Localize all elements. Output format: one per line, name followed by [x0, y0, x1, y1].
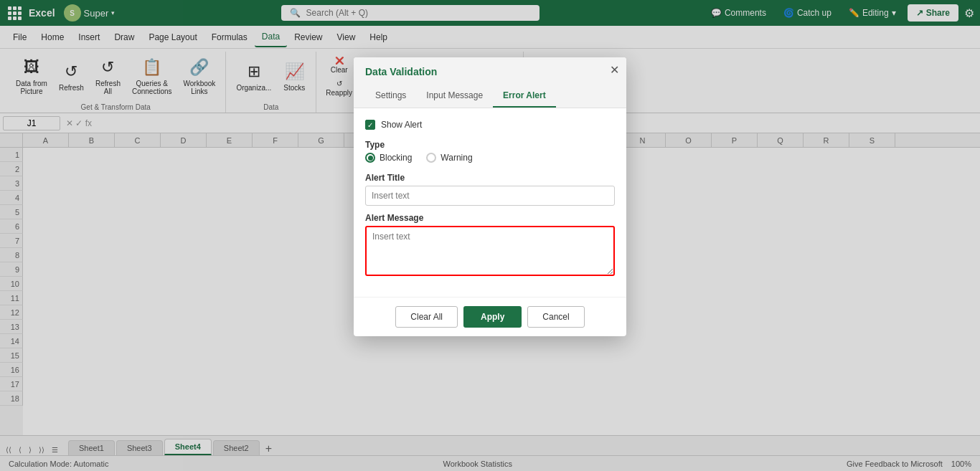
radio-blocking-label: Blocking: [380, 153, 412, 163]
radio-blocking-inner: [368, 156, 373, 161]
radio-warning[interactable]: Warning: [426, 153, 472, 163]
modal-tab-settings[interactable]: Settings: [365, 85, 416, 108]
modal-tab-input-message[interactable]: Input Message: [416, 85, 493, 108]
modal-tab-error-alert[interactable]: Error Alert: [493, 85, 556, 108]
radio-warning-outer: [426, 153, 436, 163]
type-label: Type: [365, 140, 615, 150]
modal-header: Data Validation ✕ Settings Input Message…: [354, 57, 626, 108]
data-validation-dialog: Data Validation ✕ Settings Input Message…: [354, 57, 626, 336]
clear-all-button[interactable]: Clear All: [395, 306, 458, 328]
cancel-button[interactable]: Cancel: [527, 306, 584, 328]
radio-warning-label: Warning: [440, 153, 472, 163]
show-alert-checkbox[interactable]: ✓: [365, 120, 375, 130]
modal-overlay: Data Validation ✕ Settings Input Message…: [0, 0, 980, 471]
type-section: Type Blocking Warning: [365, 140, 615, 163]
show-alert-row: ✓ Show Alert: [365, 120, 615, 130]
alert-message-section: Alert Message: [365, 213, 615, 278]
show-alert-label: Show Alert: [381, 120, 422, 130]
apply-button[interactable]: Apply: [463, 306, 522, 328]
radio-blocking[interactable]: Blocking: [365, 153, 412, 163]
alert-message-label: Alert Message: [365, 213, 615, 223]
alert-title-label: Alert Title: [365, 173, 615, 183]
modal-footer: Clear All Apply Cancel: [354, 297, 626, 336]
radio-blocking-outer: [365, 153, 375, 163]
alert-title-input[interactable]: [365, 186, 615, 206]
modal-body: ✓ Show Alert Type Blocking Warning: [354, 108, 626, 297]
modal-close-button[interactable]: ✕: [610, 63, 619, 77]
alert-message-input[interactable]: [365, 226, 615, 276]
radio-group: Blocking Warning: [365, 153, 615, 163]
modal-tabs: Settings Input Message Error Alert: [365, 85, 615, 108]
alert-title-section: Alert Title: [365, 173, 615, 206]
modal-title: Data Validation: [365, 66, 615, 77]
